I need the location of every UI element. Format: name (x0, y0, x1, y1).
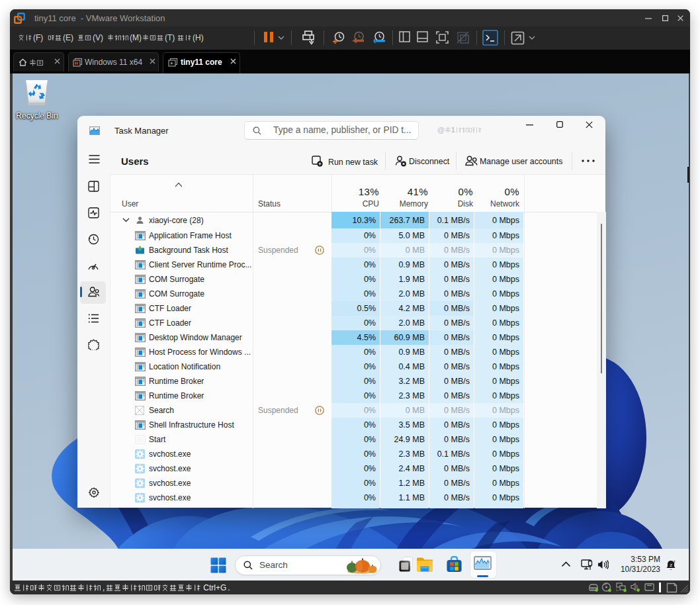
svg-text:z: z (670, 562, 672, 568)
svg-text:z: z (673, 560, 675, 564)
